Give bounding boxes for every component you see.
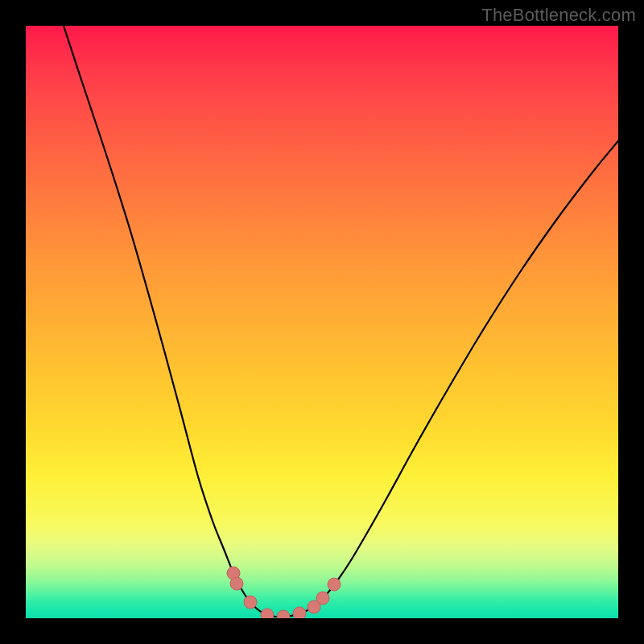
chart-svg (26, 26, 618, 618)
curve-marker (244, 596, 257, 609)
curve-marker (328, 578, 341, 591)
curve-marker (316, 592, 329, 605)
curve-marker (293, 607, 306, 618)
curve-marker (230, 577, 243, 590)
curve-marker (277, 610, 290, 618)
watermark-text: TheBottleneck.com (481, 5, 636, 26)
bottleneck-curve-path (64, 26, 618, 617)
plot-area (26, 26, 618, 618)
chart-frame: TheBottleneck.com (0, 0, 644, 644)
curve-marker (261, 609, 274, 618)
